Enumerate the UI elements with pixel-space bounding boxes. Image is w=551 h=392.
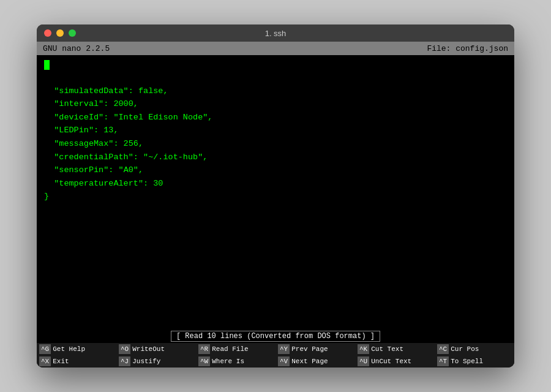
shortcut-row-2: ^X Exit ^J Justify ^W Where Is ^V Next P… bbox=[37, 355, 514, 368]
shortcut-label-cut-text: Cut Text bbox=[371, 345, 403, 353]
maximize-button[interactable] bbox=[69, 29, 76, 37]
cursor-line bbox=[44, 60, 507, 70]
shortcut-key-w: ^W bbox=[198, 356, 210, 366]
shortcut-label-to-spell: To Spell bbox=[451, 358, 483, 365]
shortcut-label-next-page: Next Page bbox=[291, 358, 328, 365]
shortcut-where-is[interactable]: ^W Where Is bbox=[196, 356, 276, 367]
editor-line: "sensorPin": "A0", bbox=[44, 164, 507, 177]
editor-line: "credentialPath": "~/.iot-hub", bbox=[44, 151, 507, 164]
nano-filename: File: config.json bbox=[427, 44, 508, 53]
shortcut-key-y: ^Y bbox=[278, 344, 290, 354]
shortcut-get-help[interactable]: ^G Get Help bbox=[37, 344, 116, 355]
close-button[interactable] bbox=[44, 29, 51, 37]
shortcut-label-writeout: WriteOut bbox=[132, 345, 165, 353]
shortcut-cur-pos[interactable]: ^C Cur Pos bbox=[435, 344, 514, 355]
shortcut-justify[interactable]: ^J Justify bbox=[116, 356, 196, 367]
editor-line: "temperatureAlert": 30 bbox=[44, 177, 507, 190]
terminal-window: 1. ssh GNU nano 2.2.5 File: config.json … bbox=[37, 24, 514, 368]
shortcut-label-exit: Exit bbox=[53, 358, 69, 365]
shortcut-row-1: ^G Get Help ^O WriteOut ^R Read File ^Y … bbox=[37, 343, 514, 355]
shortcut-key-g: ^G bbox=[39, 344, 51, 354]
editor-area[interactable]: "simulatedData": false, "interval": 2000… bbox=[37, 55, 514, 330]
nano-version: GNU nano 2.2.5 bbox=[43, 44, 110, 53]
minimize-button[interactable] bbox=[56, 29, 64, 37]
shortcut-label-where-is: Where Is bbox=[212, 358, 244, 365]
editor-content: "simulatedData": false, "interval": 2000… bbox=[44, 71, 507, 203]
shortcut-label-prev-page: Prev Page bbox=[291, 345, 328, 353]
shortcut-prev-page[interactable]: ^Y Prev Page bbox=[276, 344, 355, 355]
shortcut-key-k: ^K bbox=[358, 344, 369, 354]
editor-line: } bbox=[44, 190, 507, 203]
shortcut-label-read-file: Read File bbox=[212, 345, 248, 353]
shortcut-exit[interactable]: ^X Exit bbox=[37, 356, 116, 367]
shortcut-label-cur-pos: Cur Pos bbox=[451, 345, 479, 353]
editor-line bbox=[44, 71, 507, 85]
shortcut-key-r: ^R bbox=[198, 344, 210, 354]
shortcut-key-x: ^X bbox=[39, 356, 51, 366]
status-message: [ Read 10 lines (Converted from DOS form… bbox=[171, 331, 380, 342]
editor-line: "messageMax": 256, bbox=[44, 137, 507, 151]
window-title: 1. ssh bbox=[265, 29, 287, 38]
shortcut-to-spell[interactable]: ^T To Spell bbox=[435, 356, 514, 367]
shortcut-key-t: ^T bbox=[437, 356, 449, 366]
shortcuts-area: ^G Get Help ^O WriteOut ^R Read File ^Y … bbox=[37, 343, 514, 368]
shortcut-next-page[interactable]: ^V Next Page bbox=[276, 356, 355, 367]
title-bar: 1. ssh bbox=[37, 24, 514, 42]
shortcut-writeout[interactable]: ^O WriteOut bbox=[116, 344, 196, 355]
shortcut-key-u: ^U bbox=[358, 356, 369, 366]
editor-line: "LEDPin": 13, bbox=[44, 124, 507, 137]
editor-line: "deviceId": "Intel Edison Node", bbox=[44, 111, 507, 124]
editor-line: "simulatedData": false, bbox=[44, 85, 507, 98]
shortcut-label-get-help: Get Help bbox=[53, 345, 85, 353]
nano-header: GNU nano 2.2.5 File: config.json bbox=[37, 42, 514, 55]
shortcut-label-uncut-text: UnCut Text bbox=[371, 358, 411, 365]
shortcut-label-justify: Justify bbox=[132, 358, 160, 365]
shortcut-cut-text[interactable]: ^K Cut Text bbox=[355, 344, 435, 355]
shortcut-key-j: ^J bbox=[119, 356, 130, 366]
cursor bbox=[44, 60, 50, 70]
shortcut-read-file[interactable]: ^R Read File bbox=[196, 344, 276, 355]
shortcut-key-o: ^O bbox=[119, 344, 130, 354]
editor-line: "interval": 2000, bbox=[44, 97, 507, 111]
shortcut-key-c: ^C bbox=[437, 344, 449, 354]
shortcut-uncut-text[interactable]: ^U UnCut Text bbox=[355, 356, 435, 367]
traffic-lights bbox=[44, 29, 76, 37]
status-bar: [ Read 10 lines (Converted from DOS form… bbox=[37, 330, 514, 343]
shortcut-key-v: ^V bbox=[278, 356, 290, 366]
